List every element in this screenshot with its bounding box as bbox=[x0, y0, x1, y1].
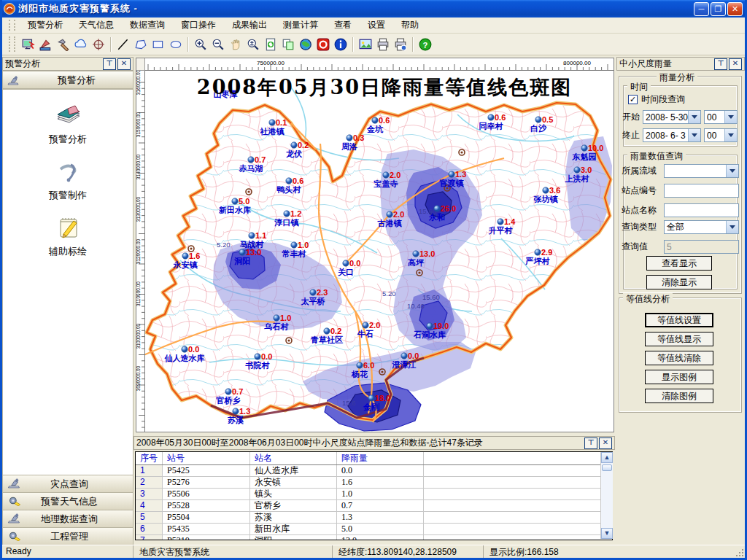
table-row[interactable]: 7P5310洞阳13.0 bbox=[136, 535, 612, 540]
maximize-button[interactable]: ❐ bbox=[711, 2, 726, 16]
rectangle-icon[interactable] bbox=[150, 36, 166, 52]
table-row[interactable]: 3P5506镇头1.0 bbox=[136, 489, 612, 500]
close-icon[interactable]: ✕ bbox=[599, 438, 612, 449]
print-icon[interactable] bbox=[375, 36, 391, 52]
resize-grip[interactable] bbox=[735, 548, 744, 557]
column-header-1[interactable]: 站号 bbox=[163, 452, 250, 464]
basin-select[interactable] bbox=[664, 164, 739, 178]
menu-item-8[interactable]: 帮助 bbox=[393, 18, 427, 33]
scroll-thumb[interactable] bbox=[602, 464, 612, 471]
zoom-in-icon[interactable] bbox=[193, 36, 209, 52]
stop-icon[interactable] bbox=[315, 36, 331, 52]
menu-item-6[interactable]: 查看 bbox=[326, 18, 360, 33]
sidebar-item-2[interactable]: 辅助标绘 bbox=[3, 215, 133, 258]
refresh-icon[interactable] bbox=[263, 36, 279, 52]
export-image-icon[interactable] bbox=[357, 36, 374, 52]
warning-monitor-icon[interactable] bbox=[20, 36, 36, 52]
contour-button-1[interactable]: 等值线显示 bbox=[645, 332, 713, 346]
svg-text:常丰村: 常丰村 bbox=[282, 249, 306, 258]
table-row[interactable]: 4P5528官桥乡0.7 bbox=[136, 500, 612, 512]
pin-icon[interactable]: ⊤ bbox=[714, 58, 727, 70]
table-cell: 0.0 bbox=[337, 465, 424, 476]
hammer-icon[interactable] bbox=[55, 36, 71, 52]
ellipse-icon[interactable] bbox=[168, 36, 184, 52]
table-row[interactable]: 6P5435新田水库5.0 bbox=[136, 524, 612, 535]
chevron-down-icon[interactable] bbox=[726, 221, 738, 233]
end-date-select[interactable]: 2008- 6- 3 bbox=[643, 128, 701, 142]
end-hour-select[interactable]: 00 bbox=[704, 128, 738, 142]
sidebar-bar-2[interactable]: 地理数据查询 bbox=[2, 510, 133, 528]
sidebar-header[interactable]: 预警分析 bbox=[2, 71, 133, 89]
warning-make-icon[interactable] bbox=[38, 36, 54, 52]
toolbar-grip[interactable] bbox=[9, 36, 15, 51]
toolbar: ? bbox=[0, 34, 747, 55]
print-setup-icon[interactable] bbox=[392, 36, 409, 52]
cloud-icon[interactable] bbox=[73, 36, 89, 52]
chevron-down-icon[interactable] bbox=[688, 111, 700, 123]
time-range-checkbox[interactable]: ✓ bbox=[628, 95, 638, 104]
station-name-input[interactable] bbox=[664, 203, 739, 217]
table-row[interactable]: 5P5504苏溪1.3 bbox=[136, 512, 612, 524]
contour-button-3[interactable]: 显示图例 bbox=[645, 370, 713, 384]
column-header-3[interactable]: 降雨量 bbox=[337, 452, 424, 464]
chevron-down-icon[interactable] bbox=[726, 165, 738, 177]
chevron-down-icon[interactable] bbox=[724, 111, 737, 123]
table-scrollbar[interactable]: ▲ ▼ bbox=[600, 452, 613, 539]
zoom-all-icon[interactable] bbox=[245, 36, 261, 52]
menu-item-0[interactable]: 预警分析 bbox=[20, 18, 71, 33]
station-code-input[interactable] bbox=[664, 184, 739, 198]
globe-icon[interactable] bbox=[298, 36, 314, 52]
query-value-input[interactable] bbox=[664, 240, 739, 254]
close-button[interactable]: ✕ bbox=[727, 2, 743, 16]
sidebar-bar-3[interactable]: 工程管理 bbox=[2, 528, 133, 545]
zoom-out-icon[interactable] bbox=[210, 36, 226, 52]
pan-icon[interactable] bbox=[228, 36, 244, 52]
sidebar-bar-1[interactable]: 预警天气信息 bbox=[2, 493, 133, 510]
svg-text:10.0: 10.0 bbox=[588, 144, 603, 152]
sidebar-item-0[interactable]: 预警分析 bbox=[3, 103, 133, 146]
table-row[interactable]: 1P5425仙人造水库0.0 bbox=[136, 465, 612, 477]
copy-icon[interactable] bbox=[280, 36, 296, 52]
start-hour-select[interactable]: 00 bbox=[704, 110, 738, 124]
map-view[interactable]: 750000.00800000.00 3160000.003150000.003… bbox=[136, 58, 614, 432]
chevron-down-icon[interactable] bbox=[724, 129, 737, 141]
ruler-label: 3160000.00 bbox=[136, 71, 141, 95]
menu-item-1[interactable]: 天气信息 bbox=[71, 18, 122, 33]
table-row[interactable]: 2P5276永安镇1.6 bbox=[136, 477, 612, 489]
column-header-2[interactable]: 站名 bbox=[250, 452, 337, 464]
chevron-down-icon[interactable] bbox=[688, 129, 700, 141]
pin-icon[interactable]: ⊤ bbox=[103, 58, 116, 70]
menu-item-5[interactable]: 测量计算 bbox=[275, 18, 326, 33]
menu-item-2[interactable]: 数据查询 bbox=[122, 18, 173, 33]
info-icon[interactable] bbox=[333, 36, 349, 52]
start-date-select[interactable]: 2008- 5-30 bbox=[643, 110, 701, 124]
query-type-select[interactable]: 全部 bbox=[664, 220, 739, 234]
clear-display-button[interactable]: 清除显示 bbox=[646, 275, 712, 289]
contour-button-2[interactable]: 等值线清除 bbox=[645, 351, 713, 365]
show-display-button[interactable]: 查看显示 bbox=[646, 256, 712, 271]
contour-button-0[interactable]: 等值线设置 bbox=[645, 313, 713, 327]
contour-button-4[interactable]: 清除图例 bbox=[645, 389, 713, 403]
column-header-0[interactable]: 序号 bbox=[136, 452, 163, 464]
svg-text:0.0: 0.0 bbox=[349, 259, 360, 268]
map-canvas[interactable]: 5.2010.4015.605.2015.6010.4015.6山枣潭0.1社港… bbox=[145, 71, 614, 432]
minimize-button[interactable]: ─ bbox=[694, 2, 709, 16]
menu-item-3[interactable]: 窗口操作 bbox=[173, 18, 224, 33]
scroll-down-icon[interactable]: ▼ bbox=[601, 528, 613, 539]
svg-text:6.0: 6.0 bbox=[363, 361, 374, 370]
sidebar-bar-0[interactable]: 灾点查询 bbox=[2, 475, 133, 493]
close-icon[interactable]: ✕ bbox=[729, 58, 742, 70]
sidebar-item-1[interactable]: 预警制作 bbox=[3, 159, 133, 202]
pin-icon[interactable]: ⊤ bbox=[584, 438, 597, 449]
ruler-left: 3160000.003150000.003140000.003130000.00… bbox=[136, 71, 145, 432]
menu-grip[interactable] bbox=[9, 20, 15, 31]
polygon-icon[interactable] bbox=[133, 36, 149, 52]
target-icon[interactable] bbox=[90, 36, 107, 52]
scroll-up-icon[interactable]: ▲ bbox=[601, 452, 613, 463]
close-icon[interactable]: ✕ bbox=[117, 58, 131, 70]
line-icon[interactable] bbox=[115, 36, 131, 52]
svg-text:高坪: 高坪 bbox=[408, 258, 425, 267]
menu-item-7[interactable]: 设置 bbox=[360, 18, 393, 33]
help-icon[interactable]: ? bbox=[417, 36, 433, 52]
menu-item-4[interactable]: 成果输出 bbox=[224, 18, 275, 33]
